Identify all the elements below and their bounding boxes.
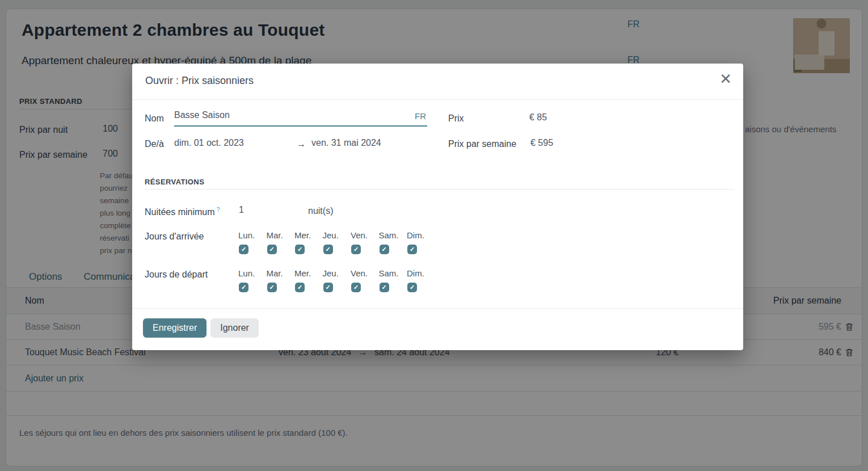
day-label: Dim. (407, 230, 424, 240)
departure-checkbox-ven[interactable] (351, 283, 361, 292)
date-from-input[interactable] (174, 138, 279, 148)
departure-checkbox-sam[interactable] (380, 283, 389, 292)
arrival-checkbox-mar[interactable] (267, 245, 277, 254)
day-label: Mar. (267, 268, 283, 278)
day-column: Jeu. (323, 230, 351, 254)
week-price-label: Prix par semaine (448, 139, 516, 149)
day-label: Ven. (351, 268, 368, 278)
help-icon[interactable]: ? (217, 206, 220, 213)
departure-days-label: Jours de départ (145, 270, 208, 280)
departure-checkbox-lun[interactable] (239, 283, 248, 292)
section-divider (145, 189, 735, 190)
seasonal-price-modal: Ouvrir : Prix saisonniers ✕ Nom FR Prix … (132, 64, 743, 350)
day-column: Dim. (407, 230, 435, 254)
name-input[interactable] (174, 110, 367, 120)
day-column: Sam. (379, 230, 407, 254)
day-label: Mar. (267, 230, 283, 240)
day-column: Sam. (379, 268, 407, 292)
modal-header-divider (132, 99, 743, 100)
date-range-label: De/à (145, 139, 164, 149)
arrival-checkbox-jeu[interactable] (323, 245, 333, 254)
reservations-section-title: RÉSERVATIONS (145, 178, 204, 186)
day-label: Mer. (294, 268, 311, 278)
departure-days-group: Lun. Mar. Mer. Jeu. Ven. Sam. Dim. (238, 268, 435, 292)
day-column: Mer. (294, 268, 323, 292)
day-column: Mer. (294, 230, 323, 254)
departure-checkbox-mar[interactable] (267, 283, 277, 292)
min-nights-label-text: Nuitées minimum (145, 207, 215, 217)
day-label: Sam. (379, 230, 399, 240)
modal-actions: Enregistrer Ignorer (143, 318, 259, 338)
day-column: Ven. (351, 230, 379, 254)
day-label: Lun. (238, 230, 255, 240)
day-column: Ven. (351, 268, 379, 292)
day-column: Lun. (238, 230, 267, 254)
price-input[interactable] (529, 112, 614, 123)
day-label: Mer. (294, 230, 311, 240)
day-label: Lun. (238, 268, 255, 278)
day-label: Sam. (379, 268, 399, 278)
day-column: Jeu. (323, 268, 351, 292)
arrival-checkbox-dim[interactable] (407, 245, 417, 254)
arrival-checkbox-sam[interactable] (380, 245, 389, 254)
departure-checkbox-mer[interactable] (295, 283, 305, 292)
ignore-button[interactable]: Ignorer (210, 318, 259, 338)
day-label: Dim. (407, 268, 424, 278)
arrival-checkbox-mer[interactable] (295, 245, 305, 254)
name-label: Nom (145, 113, 164, 124)
day-label: Ven. (351, 230, 368, 240)
departure-checkbox-jeu[interactable] (323, 283, 333, 292)
day-label: Jeu. (323, 268, 339, 278)
arrival-days-label: Jours d'arrivée (145, 232, 204, 242)
name-field: FR (174, 110, 427, 127)
modal-footer-divider (132, 308, 743, 309)
day-column: Dim. (407, 268, 435, 292)
arrival-checkbox-lun[interactable] (239, 245, 248, 254)
day-column: Mar. (267, 230, 295, 254)
min-nights-input[interactable] (239, 205, 273, 215)
arrival-days-group: Lun. Mar. Mer. Jeu. Ven. Sam. Dim. (238, 230, 435, 254)
date-to-input[interactable] (311, 138, 416, 148)
day-label: Jeu. (323, 230, 339, 240)
arrival-checkbox-ven[interactable] (351, 245, 361, 254)
min-nights-label: Nuitées minimum? (145, 206, 220, 217)
arrow-icon: → (297, 139, 306, 149)
week-price-input[interactable] (530, 138, 616, 148)
price-label: Prix (448, 113, 464, 124)
save-button[interactable]: Enregistrer (143, 318, 207, 338)
close-icon[interactable]: ✕ (719, 72, 732, 86)
modal-title: Ouvrir : Prix saisonniers (145, 75, 254, 87)
departure-checkbox-dim[interactable] (407, 283, 417, 292)
day-column: Mar. (267, 268, 295, 292)
day-column: Lun. (238, 268, 267, 292)
min-nights-unit: nuit(s) (308, 206, 333, 216)
language-badge[interactable]: FR (415, 111, 426, 121)
